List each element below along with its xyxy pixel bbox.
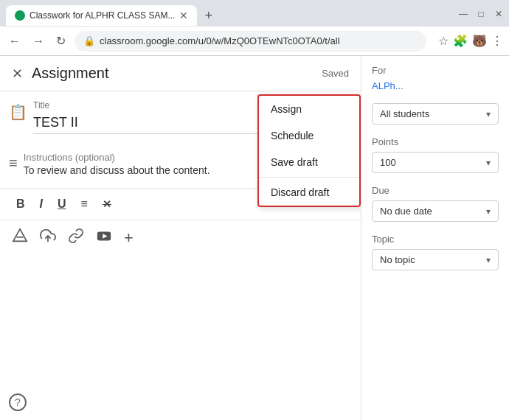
class-name: ALPh... (372, 80, 499, 91)
points-value: 100 (380, 157, 396, 168)
students-value: All students (380, 108, 429, 119)
students-dropdown[interactable]: All students ▾ (372, 103, 499, 125)
dropdown-item-schedule[interactable]: Schedule (259, 122, 359, 149)
points-section: Points 100 ▾ (372, 136, 499, 173)
left-panel: ✕ Assignment Saved Assign Schedule Save … (0, 56, 361, 420)
url-bar[interactable]: 🔒 classroom.google.com/u/0/w/MzQ0OTEwNTc… (75, 31, 426, 52)
window-controls: — □ ✕ (459, 10, 503, 21)
svg-marker-0 (13, 229, 27, 242)
drive-attach-button[interactable] (12, 228, 28, 248)
points-arrow: ▾ (486, 158, 491, 168)
topic-arrow: ▾ (486, 255, 491, 265)
dropdown-item-assign[interactable]: Assign (259, 96, 359, 122)
due-dropdown[interactable]: No due date ▾ (372, 200, 499, 222)
for-section: For ALPh... (372, 65, 499, 91)
dropdown-divider (259, 177, 359, 178)
menu-icon[interactable]: ⋮ (491, 34, 503, 48)
upload-button[interactable] (40, 228, 56, 248)
due-label: Due (372, 185, 499, 196)
page-title: Assignment (32, 65, 109, 82)
refresh-button[interactable]: ↻ (53, 31, 69, 51)
saved-status: Saved (322, 68, 349, 79)
extensions-icon[interactable]: 🧩 (453, 34, 468, 48)
youtube-button[interactable] (96, 228, 112, 248)
instructions-icon: ≡ (9, 155, 18, 176)
topic-label: Topic (372, 234, 499, 245)
profile-icon[interactable]: 🐻 (472, 34, 487, 48)
main-content: ✕ Assignment Saved Assign Schedule Save … (0, 56, 509, 420)
tab-favicon (15, 10, 25, 21)
due-value: No due date (380, 206, 432, 217)
forward-button[interactable]: → (30, 32, 47, 51)
tab-bar: Classwork for ALPHR CLASS SAM... ✕ + — □… (0, 0, 509, 27)
students-section: All students ▾ (372, 103, 499, 125)
topic-section: Topic No topic ▾ (372, 234, 499, 270)
points-label: Points (372, 136, 499, 147)
address-icons: ☆ 🧩 🐻 ⋮ (438, 34, 503, 48)
right-panel: For ALPh... All students ▾ Points 100 ▾ … (361, 56, 509, 420)
close-assignment-button[interactable]: ✕ (12, 66, 23, 82)
tab-close-icon[interactable]: ✕ (179, 10, 188, 21)
bookmark-icon[interactable]: ☆ (438, 34, 449, 48)
form-icon: 📋 (9, 103, 27, 143)
tab-title: Classwork for ALPHR CLASS SAM... (30, 10, 175, 21)
dropdown-item-discard-draft[interactable]: Discard draft (259, 179, 359, 206)
assignment-header: ✕ Assignment Saved (0, 56, 361, 91)
due-arrow: ▾ (486, 206, 491, 217)
points-dropdown[interactable]: 100 ▾ (372, 152, 499, 173)
clear-format-button[interactable]: ✕ (98, 195, 116, 213)
topic-dropdown[interactable]: No topic ▾ (372, 249, 499, 270)
underline-button[interactable]: U (53, 195, 71, 214)
maximize-button[interactable]: □ (477, 10, 485, 18)
list-button[interactable]: ≡ (77, 195, 92, 214)
for-label: For (372, 65, 499, 76)
back-button[interactable]: ← (6, 32, 24, 51)
assign-dropdown-menu: Assign Schedule Save draft Discard draft (257, 94, 361, 207)
italic-button[interactable]: I (35, 195, 47, 214)
link-button[interactable] (68, 228, 84, 248)
address-bar: ← → ↻ 🔒 classroom.google.com/u/0/w/MzQ0O… (0, 27, 509, 56)
dropdown-item-save-draft[interactable]: Save draft (259, 149, 359, 175)
minimize-button[interactable]: — (459, 10, 468, 18)
topic-value: No topic (380, 254, 415, 265)
active-tab[interactable]: Classwork for ALPHR CLASS SAM... ✕ (6, 5, 197, 26)
url-text: classroom.google.com/u/0/w/MzQ0OTEwNTc0O… (100, 35, 418, 46)
new-tab-button[interactable]: + (200, 8, 217, 24)
students-arrow: ▾ (486, 109, 491, 119)
attachment-bar: + (0, 220, 361, 255)
help-icon[interactable]: ? (9, 393, 27, 411)
bold-button[interactable]: B (12, 195, 30, 214)
browser-chrome: Classwork for ALPHR CLASS SAM... ✕ + — □… (0, 0, 509, 56)
add-more-button[interactable]: + (124, 228, 134, 248)
due-section: Due No due date ▾ (372, 185, 499, 222)
close-button[interactable]: ✕ (494, 10, 503, 18)
